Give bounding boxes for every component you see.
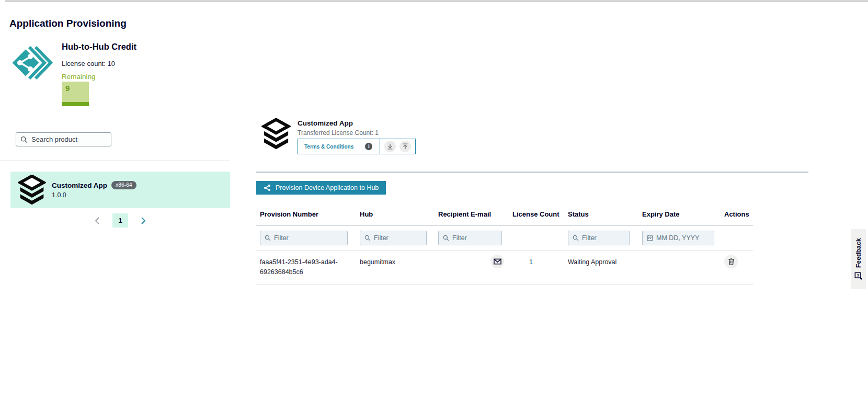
filter-input-hub[interactable]	[374, 234, 417, 242]
feedback-icon: ?	[854, 272, 863, 280]
mail-icon	[494, 258, 501, 265]
product-search	[16, 132, 111, 146]
page-prev-button[interactable]	[92, 214, 103, 228]
column-header-hub: Hub	[356, 208, 435, 218]
search-icon	[573, 235, 579, 241]
top-scrollbar[interactable]	[5, 0, 868, 2]
upload-button[interactable]	[399, 141, 411, 152]
info-icon[interactable]: i	[365, 143, 372, 150]
trash-icon	[728, 258, 735, 265]
product-search-input[interactable]	[31, 135, 105, 143]
terms-group: Terms & Conditions i	[298, 139, 416, 154]
hub-credit-icon	[9, 43, 54, 83]
provision-button[interactable]: Provision Device Application to Hub	[256, 181, 386, 195]
search-icon	[364, 235, 371, 241]
product-version: 1.0.0	[52, 191, 136, 199]
column-header-status: Status	[564, 208, 638, 218]
upload-icon	[402, 143, 409, 150]
filter-status	[568, 231, 630, 245]
terms-and-conditions-button[interactable]: Terms & Conditions i	[298, 139, 380, 154]
feedback-tab[interactable]: Feedback ?	[851, 229, 866, 289]
credit-remaining-meter: 9	[62, 82, 89, 106]
chevron-right-icon	[141, 217, 146, 225]
pagination: 1	[0, 213, 241, 228]
chevron-left-icon	[95, 217, 100, 225]
column-header-license-count: License Count	[509, 208, 564, 218]
page-number[interactable]: 1	[112, 213, 128, 228]
arch-badge: x86-64	[111, 181, 136, 189]
delete-button[interactable]	[724, 255, 738, 268]
calendar-icon	[647, 235, 653, 241]
download-icon	[386, 143, 394, 150]
filter-input-status[interactable]	[582, 234, 622, 242]
column-header-provision-number: Provision Number	[256, 208, 356, 218]
feedback-label: Feedback	[855, 238, 862, 268]
terms-label: Terms & Conditions	[304, 144, 353, 150]
filter-provision-number	[260, 231, 348, 245]
cell-license-count: 1	[529, 258, 533, 266]
table-filter-row	[256, 226, 753, 251]
provision-button-label: Provision Device Application to Hub	[276, 184, 379, 191]
filter-hub	[360, 231, 427, 245]
cell-provision-number: faaa5f41-2351-4e93-ada4-69263684b5c6	[256, 257, 356, 278]
date-filter-input[interactable]	[656, 234, 703, 242]
download-button[interactable]	[384, 141, 396, 152]
panel-divider	[256, 172, 808, 173]
table-row: faaa5f41-2351-4e93-ada4-69263684b5c6 beg…	[256, 251, 753, 285]
cell-status: Waiting Approval	[564, 257, 638, 267]
credit-name: Hub-to-Hub Credit	[62, 42, 136, 52]
transferred-license-count: Transferred License Count: 1	[298, 129, 379, 137]
search-icon	[443, 235, 449, 241]
app-detail-layers-icon	[261, 118, 291, 150]
svg-text:?: ?	[856, 273, 859, 278]
credit-remaining-label: Remaining	[62, 73, 96, 81]
credit-remaining-value: 9	[65, 84, 70, 93]
email-button[interactable]	[490, 255, 504, 268]
page-next-button[interactable]	[138, 214, 149, 228]
filter-input-recipient-email[interactable]	[452, 234, 493, 242]
left-panel-divider	[0, 161, 230, 161]
filter-input-provision-number[interactable]	[274, 234, 332, 242]
app-detail-name: Customized App	[298, 119, 353, 127]
column-header-actions: Actions	[721, 208, 753, 218]
column-header-expiry-date: Expiry Date	[638, 208, 721, 218]
filter-expiry-date	[642, 231, 714, 245]
provisions-table: Provision Number Hub Recipient E-mail Li…	[256, 208, 753, 285]
search-icon	[20, 136, 28, 143]
cell-hub: begumitmax	[356, 257, 435, 267]
table-header-row: Provision Number Hub Recipient E-mail Li…	[256, 208, 753, 226]
search-icon	[265, 235, 271, 241]
credit-remaining-bar	[62, 102, 89, 106]
app-layers-icon	[18, 175, 46, 205]
page-title: Application Provisioning	[9, 18, 127, 29]
share-icon	[264, 184, 271, 191]
column-header-recipient-email: Recipient E-mail	[435, 208, 509, 218]
product-list-item[interactable]: Customized App x86-64 1.0.0	[10, 172, 230, 208]
product-name: Customized App	[52, 182, 107, 189]
filter-recipient-email	[438, 231, 502, 245]
credit-license-count: License count: 10	[62, 60, 115, 67]
